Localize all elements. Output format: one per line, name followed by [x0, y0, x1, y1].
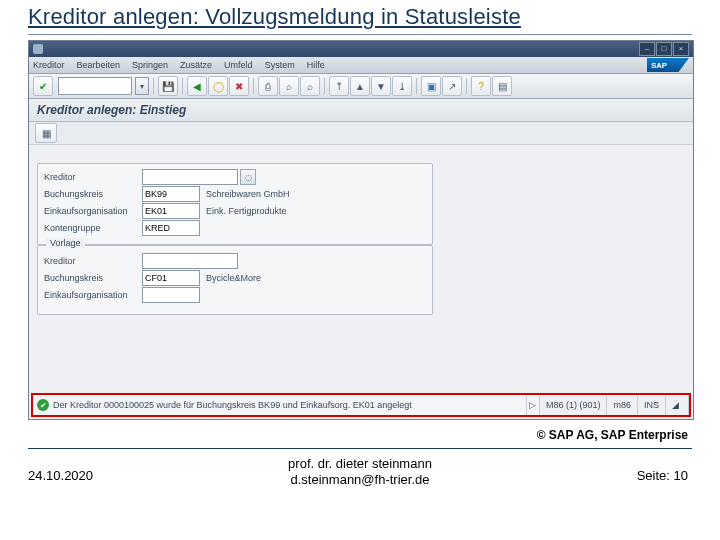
screen-canvas: Kreditor◌BuchungskreisSchreibwaren GmbHE… [29, 145, 693, 405]
form-row: BuchungskreisBycicle&More [38, 270, 432, 286]
template-group-title: Vorlage [46, 238, 85, 248]
toolbar-separator [153, 78, 154, 94]
status-handle-icon[interactable]: ▷ [527, 395, 540, 415]
check-icon[interactable]: ✔ [33, 76, 53, 96]
form-row: EinkaufsorganisationEink. Fertigprodukte [38, 203, 432, 219]
field-description: Eink. Fertigprodukte [206, 206, 406, 216]
cancel-icon[interactable]: ✖ [229, 76, 249, 96]
status-system: M86 (1) (901) [540, 395, 608, 415]
toolbar-separator [416, 78, 417, 94]
svg-text:SAP: SAP [651, 61, 667, 70]
input-buchungskreis[interactable] [142, 270, 200, 286]
main-group: Kreditor◌BuchungskreisSchreibwaren GmbHE… [37, 163, 433, 245]
footer-page: Seite: 10 [637, 468, 688, 483]
status-message: Der Kreditor 0000100025 wurde für Buchun… [53, 400, 412, 410]
command-dropdown[interactable]: ▾ [135, 77, 149, 95]
sap-window: – □ × KreditorBearbeitenSpringenZusätzeU… [28, 40, 694, 420]
info-icon[interactable]: ▦ [35, 123, 57, 143]
layout-icon[interactable]: ▤ [492, 76, 512, 96]
form-row: BuchungskreisSchreibwaren GmbH [38, 186, 432, 202]
close-button[interactable]: × [673, 42, 689, 56]
template-group: Vorlage KreditorBuchungskreisBycicle&Mor… [37, 245, 433, 315]
form-row: Kontengruppe [38, 220, 432, 236]
input-kreditor[interactable] [142, 253, 238, 269]
new-session-icon[interactable]: ▣ [421, 76, 441, 96]
input-buchungskreis[interactable] [142, 186, 200, 202]
success-icon: ✔ [37, 399, 49, 411]
footer-rule [28, 448, 692, 449]
toolbar-separator [253, 78, 254, 94]
toolbar-separator [466, 78, 467, 94]
next-page-icon[interactable]: ▼ [371, 76, 391, 96]
menu-zusätze[interactable]: Zusätze [180, 60, 212, 70]
menu-bearbeiten[interactable]: Bearbeiten [77, 60, 121, 70]
first-page-icon[interactable]: ⤒ [329, 76, 349, 96]
field-description: Schreibwaren GmbH [206, 189, 406, 199]
screen-title: Kreditor anlegen: Einstieg [29, 99, 693, 122]
command-field[interactable] [58, 77, 132, 95]
application-toolbar: ▦ [29, 122, 693, 145]
menu-kreditor[interactable]: Kreditor [33, 60, 65, 70]
menubar: KreditorBearbeitenSpringenZusätzeUmfeldS… [29, 57, 693, 74]
back-icon[interactable]: ◀ [187, 76, 207, 96]
field-label: Kreditor [38, 256, 142, 266]
field-label: Buchungskreis [38, 189, 142, 199]
status-insert-mode: INS [638, 395, 666, 415]
sap-logo: SAP [647, 58, 689, 72]
toolbar-separator [182, 78, 183, 94]
footer-author: prof. dr. dieter steinmannd.steinmann@fh… [0, 456, 720, 489]
menu-hilfe[interactable]: Hilfe [307, 60, 325, 70]
slide-title: Kreditor anlegen: Vollzugsmeldung in Sta… [28, 4, 521, 30]
field-label: Einkaufsorganisation [38, 290, 142, 300]
save-icon[interactable]: 💾 [158, 76, 178, 96]
status-bar: ✔ Der Kreditor 0000100025 wurde für Buch… [31, 393, 691, 417]
print-icon[interactable]: ⎙ [258, 76, 278, 96]
last-page-icon[interactable]: ⤓ [392, 76, 412, 96]
maximize-button[interactable]: □ [656, 42, 672, 56]
title-rule [28, 34, 692, 35]
input-einkaufsorganisation[interactable] [142, 203, 200, 219]
input-kreditor[interactable] [142, 169, 238, 185]
field-label: Einkaufsorganisation [38, 206, 142, 216]
field-label: Kontengruppe [38, 223, 142, 233]
field-description: Bycicle&More [206, 273, 406, 283]
help-icon[interactable]: ? [471, 76, 491, 96]
find-next-icon[interactable]: ⌕ [300, 76, 320, 96]
menu-springen[interactable]: Springen [132, 60, 168, 70]
standard-toolbar: ✔ ▾ 💾 ◀ ◯ ✖ ⎙ ⌕ ⌕ ⤒ ▲ ▼ ⤓ ▣ ↗ ? ▤ [29, 74, 693, 99]
window-app-icon [33, 44, 43, 54]
find-icon[interactable]: ⌕ [279, 76, 299, 96]
field-label: Kreditor [38, 172, 142, 182]
menu-umfeld[interactable]: Umfeld [224, 60, 253, 70]
window-titlebar: – □ × [29, 41, 693, 57]
toolbar-separator [324, 78, 325, 94]
copyright: © SAP AG, SAP Enterprise [537, 428, 688, 442]
minimize-button[interactable]: – [639, 42, 655, 56]
form-row: Kreditor [38, 253, 432, 269]
menu-system[interactable]: System [265, 60, 295, 70]
exit-icon[interactable]: ◯ [208, 76, 228, 96]
status-server: m86 [607, 395, 638, 415]
shortcut-icon[interactable]: ↗ [442, 76, 462, 96]
input-kontengruppe[interactable] [142, 220, 200, 236]
prev-page-icon[interactable]: ▲ [350, 76, 370, 96]
form-row: Einkaufsorganisation [38, 287, 432, 303]
input-einkaufsorganisation[interactable] [142, 287, 200, 303]
status-grip-icon: ◢ [666, 395, 689, 415]
search-help-icon[interactable]: ◌ [240, 169, 256, 185]
field-label: Buchungskreis [38, 273, 142, 283]
form-row: Kreditor◌ [38, 169, 432, 185]
